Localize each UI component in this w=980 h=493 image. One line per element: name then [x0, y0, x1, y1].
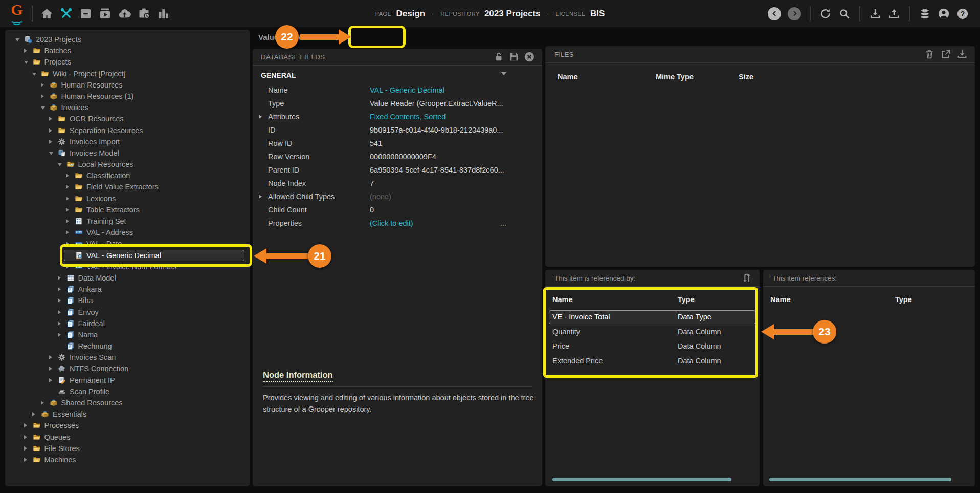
expand-icon[interactable] [49, 378, 52, 382]
tree-item-val-date[interactable]: 0123VAL - Date [5, 238, 250, 249]
tree-item-wiki-project-project[interactable]: Wiki - Project [Project] [5, 68, 250, 79]
tree-item-val-invoice-num-formats[interactable]: 0123VAL - Invoice Num Formats [5, 261, 250, 272]
table-row-ve-invoice-total[interactable]: VE - Invoice TotalData Type [545, 310, 760, 325]
expand-icon[interactable] [58, 287, 61, 291]
collapse-icon[interactable] [32, 73, 36, 76]
swap-references-icon[interactable] [741, 272, 752, 284]
case-clock-icon[interactable] [137, 7, 151, 20]
tree-item-fairdeal[interactable]: Fairdeal [5, 318, 250, 329]
expand-icon[interactable] [24, 458, 27, 462]
tree-item-scan-profile[interactable]: Scan Profile [5, 386, 250, 397]
expand-icon[interactable] [58, 310, 61, 314]
expand-icon[interactable] [66, 208, 69, 212]
tree-item-training-set[interactable]: Training Set [5, 216, 250, 227]
help-icon[interactable]: ? [956, 8, 969, 20]
tree-item-invoices-scan[interactable]: Invoices Scan [5, 352, 250, 363]
tree-item-separation-resources[interactable]: Separation Resources [5, 125, 250, 136]
tools-icon[interactable] [59, 7, 73, 20]
expand-icon[interactable] [66, 242, 69, 246]
expand-icon[interactable] [41, 83, 44, 87]
batch-play-icon[interactable] [98, 7, 112, 20]
expand-icon[interactable] [58, 333, 61, 337]
tree-item-invoices-model[interactable]: Invoices Model [5, 147, 250, 159]
lock-icon[interactable] [493, 51, 504, 62]
ellipsis-edit-button[interactable]: ... [500, 217, 506, 230]
expand-icon[interactable] [66, 265, 69, 269]
tree-item-biha[interactable]: Biha [5, 295, 250, 306]
tree-item-ocr-resources[interactable]: OCR Resources [5, 113, 250, 124]
tree-item-ntfs-connection[interactable]: NTFS Connection [5, 363, 250, 374]
tree-item-machines[interactable]: Machines [5, 454, 250, 465]
chevron-down-icon[interactable] [501, 72, 506, 75]
refby-column-type[interactable]: Type [678, 295, 695, 304]
expand-icon[interactable] [66, 185, 69, 189]
collapse-icon[interactable] [24, 61, 28, 64]
collapse-icon[interactable] [58, 163, 62, 166]
tree-item-nama[interactable]: Nama [5, 329, 250, 340]
tree-item-invoices-import[interactable]: Invoices Import [5, 136, 250, 147]
expand-icon[interactable] [66, 197, 69, 201]
files-column-size[interactable]: Size [739, 73, 753, 81]
tree-item-queues[interactable]: Queues [5, 432, 250, 443]
collapse-icon[interactable] [49, 152, 53, 155]
download-icon[interactable] [956, 49, 968, 60]
tree-item-permanent-ip[interactable]: Permanent IP [5, 375, 250, 386]
save-icon[interactable] [508, 51, 520, 62]
expand-icon[interactable] [66, 219, 69, 223]
table-row-extended-price[interactable]: Extended PriceData Column [545, 354, 760, 369]
tree-item-val-generic-decimal[interactable]: VAL - Generic Decimal [5, 250, 250, 261]
tree-item-field-value-extractors[interactable]: Field Value Extractors [5, 181, 250, 192]
expand-icon[interactable] [24, 423, 27, 427]
tree-item-data-model[interactable]: Data Model [5, 272, 250, 284]
tree-item-projects[interactable]: Projects [5, 56, 250, 68]
table-row-quantity[interactable]: QuantityData Column [545, 325, 760, 339]
tree-item-rechnung[interactable]: Rechnung [5, 340, 250, 352]
tree-item-invoices[interactable]: Invoices [5, 102, 250, 113]
cloud-up-icon[interactable] [118, 7, 131, 20]
search-icon[interactable] [838, 8, 851, 20]
refs-column-type[interactable]: Type [895, 295, 912, 304]
home-icon[interactable] [40, 7, 54, 20]
field-value[interactable]: VAL - Generic Decimal [370, 83, 444, 97]
table-row-price[interactable]: PriceData Column [545, 339, 760, 354]
expand-icon[interactable] [41, 94, 44, 98]
horizontal-scrollbar-thumb[interactable] [769, 478, 951, 481]
expand-icon[interactable] [49, 140, 52, 144]
expand-icon[interactable] [58, 298, 61, 303]
tree-item-lexicons[interactable]: Lexicons [5, 193, 250, 204]
refby-column-name[interactable]: Name [552, 295, 573, 304]
tree-item-essentials[interactable]: Essentials [5, 409, 250, 420]
expand-icon[interactable] [24, 49, 27, 53]
group-header-general[interactable]: GENERAL [261, 71, 296, 79]
expand-icon[interactable] [66, 230, 69, 234]
forward-icon[interactable] [788, 7, 801, 20]
db-stack-icon[interactable] [919, 8, 931, 20]
tree-item-human-resources[interactable]: Human Resources [5, 79, 250, 91]
expand-icon[interactable] [32, 412, 35, 416]
expand-icon[interactable] [58, 276, 61, 280]
tree-item-shared-resources[interactable]: Shared Resources [5, 397, 250, 409]
refs-column-name[interactable]: Name [770, 295, 791, 304]
refresh-icon[interactable] [819, 8, 832, 20]
expand-icon[interactable] [49, 128, 52, 133]
expand-icon[interactable] [24, 435, 27, 439]
bar-chart-icon[interactable] [157, 7, 170, 20]
batch-box-icon[interactable] [79, 7, 93, 20]
tree-item-processes[interactable]: Processes [5, 420, 250, 431]
open-external-icon[interactable] [940, 49, 951, 60]
expand-icon[interactable] [41, 401, 44, 405]
person-icon[interactable] [938, 8, 950, 20]
tree-item-val-address[interactable]: 0123VAL - Address [5, 227, 250, 238]
back-icon[interactable] [768, 7, 781, 20]
tray-down-icon[interactable] [869, 8, 881, 20]
expand-icon[interactable] [58, 321, 61, 326]
trash-icon[interactable] [924, 49, 935, 60]
tree-item-local-resources[interactable]: Local Resources [5, 159, 250, 170]
tree-item-envoy[interactable]: Envoy [5, 307, 250, 318]
files-column-mime-type[interactable]: Mime Type [656, 73, 694, 81]
horizontal-scrollbar-thumb[interactable] [552, 478, 731, 481]
tree-item-ankara[interactable]: Ankara [5, 284, 250, 295]
field-value[interactable]: Fixed Contents, Sorted [370, 110, 446, 123]
collapse-icon[interactable] [41, 106, 45, 110]
expand-icon[interactable] [259, 195, 262, 199]
